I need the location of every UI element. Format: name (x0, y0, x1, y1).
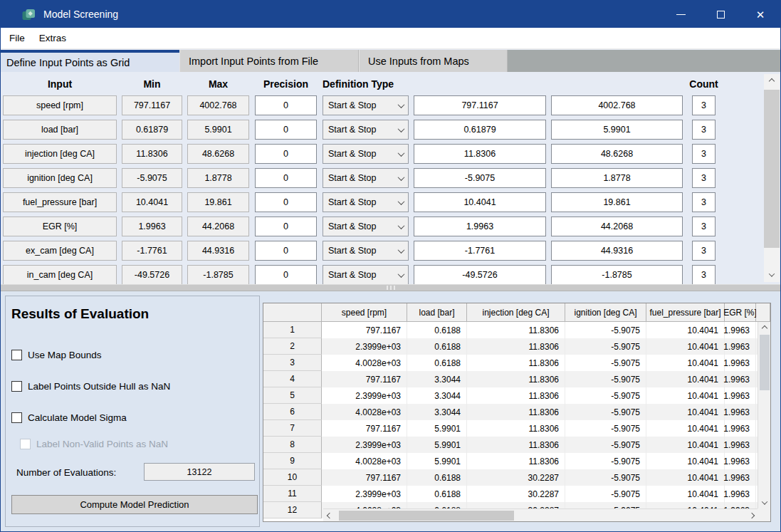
count-input[interactable]: 3 (692, 217, 716, 236)
definition-type-select[interactable]: Start & Stop (323, 192, 409, 212)
header-count: Count (692, 78, 716, 90)
count-input[interactable]: 3 (692, 265, 716, 285)
stop-value-input[interactable]: 44.9316 (551, 241, 683, 261)
menu-extras[interactable]: Extras (32, 33, 73, 43)
scrollbar-thumb[interactable] (339, 511, 514, 521)
column-header: load [bar] (407, 303, 467, 322)
definition-type-select[interactable]: Start & Stop (323, 144, 409, 164)
scrollbar-thumb[interactable] (764, 90, 780, 248)
row-number-cell: 9 (263, 453, 322, 469)
scroll-up-button[interactable] (758, 322, 771, 334)
header-precision: Precision (255, 78, 317, 90)
tab-define-input-points-as-grid[interactable]: Define Input Points as Grid (1, 50, 179, 72)
start-value-input[interactable]: 797.1167 (414, 95, 546, 115)
close-button[interactable]: ✕ (740, 1, 780, 28)
start-value-input[interactable]: 10.4041 (414, 192, 546, 212)
start-value-input[interactable]: 0.61879 (414, 120, 546, 140)
precision-input[interactable]: 0 (255, 217, 317, 236)
checkbox-icon (11, 412, 22, 423)
menu-file[interactable]: File (2, 33, 32, 43)
start-value-input[interactable]: -5.9075 (414, 168, 546, 188)
title-bar: Model Screening ✕ (1, 1, 780, 28)
scrollbar-thumb[interactable] (760, 335, 770, 390)
precision-input[interactable]: 0 (255, 120, 317, 140)
compute-model-prediction-button[interactable]: Compute Model Prediction (11, 495, 258, 514)
row-number-cell: 7 (263, 420, 322, 437)
stop-value-input[interactable]: 4002.768 (551, 95, 683, 115)
table-cell: 11.8306 (467, 404, 565, 420)
definition-type-select[interactable]: Start & Stop (323, 168, 409, 188)
chevron-right-icon (748, 513, 754, 518)
checkbox-use-map-bounds[interactable]: Use Map Bounds (11, 350, 102, 360)
results-panel: Results of Evaluation Use Map Bounds Lab… (1, 291, 780, 531)
scroll-left-button[interactable] (323, 509, 335, 522)
definition-type-select[interactable]: Start & Stop (323, 265, 409, 285)
stop-value-input[interactable]: 19.861 (551, 192, 683, 212)
precision-input[interactable]: 0 (255, 168, 317, 188)
table-row: 94.0028e+035.990111.8306-5.907510.40411.… (263, 453, 770, 469)
scroll-up-button[interactable] (764, 74, 780, 88)
precision-input[interactable]: 0 (255, 144, 317, 164)
table-cell: 1.9963 (725, 437, 756, 453)
count-input[interactable]: 3 (692, 95, 716, 115)
table-horizontal-scrollbar[interactable] (323, 508, 758, 521)
table-cell: 3.3044 (407, 371, 467, 387)
checkbox-calculate-model-sigma[interactable]: Calculate Model Sigma (11, 412, 127, 423)
scroll-down-button[interactable] (758, 496, 771, 508)
column-header: speed [rpm] (322, 303, 407, 322)
stop-value-input[interactable]: 5.9901 (551, 120, 683, 140)
min-field: -49.5726 (122, 265, 182, 285)
table-cell: 11.8306 (467, 453, 565, 469)
table-row: 4797.11673.304411.8306-5.907510.40411.99… (263, 371, 770, 387)
precision-input[interactable]: 0 (255, 265, 317, 285)
panel-splitter[interactable] (1, 284, 780, 291)
precision-input[interactable]: 0 (255, 241, 317, 261)
input-grid-row: speed [rpm]797.11674002.7680Start & Stop… (1, 95, 780, 115)
column-header: fuel_pressure [bar] (646, 303, 725, 322)
maximize-button[interactable] (701, 1, 740, 28)
table-cell: 0.6188 (407, 338, 467, 355)
results-table-header: speed [rpm]load [bar]injection [deg CA]i… (263, 303, 770, 322)
start-value-input[interactable]: 11.8306 (414, 144, 546, 164)
definition-type-value: Start & Stop (328, 100, 376, 110)
definition-type-select[interactable]: Start & Stop (323, 217, 409, 236)
checkbox-label-points-outside-hull[interactable]: Label Points Outside Hull as NaN (11, 381, 170, 392)
table-vertical-scrollbar[interactable] (758, 322, 770, 508)
definition-type-select[interactable]: Start & Stop (323, 120, 409, 140)
start-value-input[interactable]: 1.9963 (414, 217, 546, 236)
grid-vertical-scrollbar[interactable] (764, 74, 780, 282)
stop-value-input[interactable]: -1.8785 (551, 265, 683, 285)
table-cell: -5.9075 (565, 420, 646, 437)
table-cell: 10.4041 (646, 355, 725, 371)
stop-value-input[interactable]: 48.6268 (551, 144, 683, 164)
tab-import-input-points-from-file[interactable]: Import Input Points from File (179, 50, 359, 72)
tab-use-inputs-from-maps[interactable]: Use Inputs from Maps (359, 50, 508, 72)
table-cell: 5.9901 (407, 420, 467, 437)
count-input[interactable]: 3 (692, 144, 716, 164)
window-title: Model Screening (43, 9, 118, 20)
precision-input[interactable]: 0 (255, 192, 317, 212)
definition-type-select[interactable]: Start & Stop (323, 241, 409, 261)
row-number-cell: 8 (263, 437, 322, 453)
table-row: 82.3999e+035.990111.8306-5.907510.40411.… (263, 437, 770, 453)
stop-value-input[interactable]: 44.2068 (551, 217, 683, 236)
definition-type-select[interactable]: Start & Stop (323, 95, 409, 115)
start-value-input[interactable]: -1.7761 (414, 241, 546, 261)
table-cell: 4.0028e+03 (322, 453, 407, 469)
count-input[interactable]: 3 (692, 192, 716, 212)
minimize-button[interactable] (661, 1, 701, 28)
count-input[interactable]: 3 (692, 120, 716, 140)
results-heading: Results of Evaluation (11, 306, 149, 322)
scroll-right-button[interactable] (745, 509, 758, 522)
stop-value-input[interactable]: 1.8778 (551, 168, 683, 188)
table-row: 22.3999e+030.618811.8306-5.907510.40411.… (263, 338, 770, 355)
precision-input[interactable]: 0 (255, 95, 317, 115)
count-input[interactable]: 3 (692, 241, 716, 261)
input-name-cell: speed [rpm] (3, 95, 117, 115)
scroll-down-button[interactable] (764, 268, 780, 282)
table-cell: 10.4041 (646, 387, 725, 404)
menu-bar: File Extras (1, 28, 780, 49)
start-value-input[interactable]: -49.5726 (414, 265, 546, 285)
table-cell: 1.9963 (725, 322, 756, 338)
count-input[interactable]: 3 (692, 168, 716, 188)
